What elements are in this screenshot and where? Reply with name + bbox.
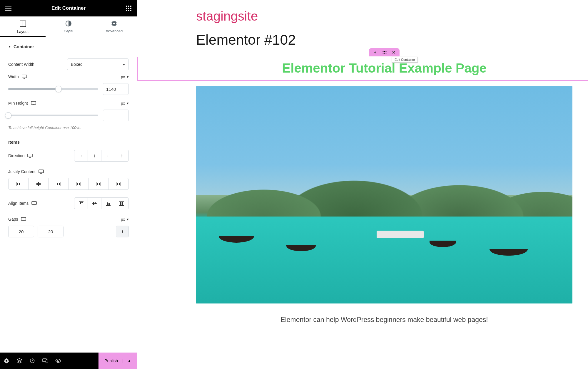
min-height-unit-select[interactable]: px▾	[121, 101, 129, 105]
widgets-grid-icon[interactable]	[124, 4, 133, 13]
svg-rect-61	[46, 360, 48, 363]
text-widget[interactable]: Elementor can help WordPress beginners m…	[196, 316, 572, 324]
tab-advanced-label: Advanced	[106, 29, 123, 33]
selected-container[interactable]: ＋ ✕ Edit Container Elementor Tutorial Ex…	[137, 57, 588, 81]
justify-end-button[interactable]	[49, 178, 69, 189]
svg-point-64	[384, 51, 385, 52]
align-start-button[interactable]	[74, 198, 88, 209]
desktop-icon[interactable]	[22, 75, 27, 79]
tab-advanced[interactable]: Advanced	[91, 16, 137, 36]
items-heading: Items	[8, 140, 129, 145]
svg-rect-32	[77, 183, 78, 185]
svg-rect-56	[122, 202, 123, 205]
direction-buttons: → ↓ ← ↑	[74, 150, 129, 162]
justify-center-button[interactable]	[29, 178, 49, 189]
svg-rect-51	[107, 202, 108, 205]
align-buttons	[74, 197, 129, 209]
desktop-icon[interactable]	[31, 201, 37, 205]
svg-rect-45	[80, 202, 81, 204]
container-handle: ＋ ✕	[369, 48, 400, 56]
responsive-icon[interactable]	[39, 353, 52, 369]
settings-icon[interactable]	[0, 353, 13, 369]
gap-column-input[interactable]: 20	[8, 226, 34, 237]
direction-column-reverse-button[interactable]: ↑	[115, 150, 128, 161]
svg-point-66	[383, 53, 384, 54]
tab-style-label: Style	[64, 29, 73, 33]
close-icon[interactable]: ✕	[392, 50, 395, 55]
navigator-icon[interactable]	[13, 353, 26, 369]
svg-rect-1	[128, 6, 129, 7]
drag-handle-icon[interactable]	[382, 50, 387, 55]
svg-rect-6	[126, 10, 127, 11]
link-values-toggle[interactable]	[116, 226, 129, 237]
svg-rect-28	[57, 183, 58, 185]
svg-rect-19	[39, 170, 44, 173]
min-height-hint: To achieve full height Container use 100…	[8, 125, 129, 130]
align-center-button[interactable]	[88, 198, 101, 209]
align-label: Align Items	[8, 201, 29, 206]
svg-rect-5	[130, 8, 131, 9]
svg-rect-57	[21, 217, 26, 220]
svg-rect-25	[36, 183, 38, 185]
direction-row-reverse-button[interactable]: ←	[101, 150, 115, 161]
preview-icon[interactable]	[52, 353, 65, 369]
chevron-down-icon: ▾	[123, 62, 125, 67]
chevron-down-icon: ▾	[127, 217, 129, 222]
svg-point-63	[383, 51, 384, 52]
min-height-slider[interactable]	[8, 115, 98, 116]
chevron-up-icon[interactable]: ▲	[123, 359, 131, 363]
width-input[interactable]: 1140	[103, 83, 129, 95]
justify-around-button[interactable]	[88, 178, 108, 189]
content-width-label: Content Width	[8, 62, 34, 67]
direction-row-button[interactable]: →	[74, 150, 88, 161]
publish-button[interactable]: Publish ▲	[98, 353, 137, 369]
justify-between-button[interactable]	[69, 178, 88, 189]
direction-column-button[interactable]: ↓	[88, 150, 101, 161]
handle-tooltip: Edit Container	[392, 57, 418, 63]
align-stretch-button[interactable]	[115, 198, 128, 209]
svg-point-12	[113, 23, 115, 24]
svg-rect-52	[108, 203, 110, 205]
width-label: Width	[8, 74, 19, 79]
svg-rect-7	[128, 10, 129, 11]
tab-style[interactable]: Style	[46, 16, 91, 36]
site-title[interactable]: stagingsite	[196, 9, 572, 24]
desktop-icon[interactable]	[27, 154, 33, 158]
gap-row-input[interactable]: 20	[38, 226, 64, 237]
caret-down-icon: ▼	[8, 45, 11, 48]
layout-icon	[20, 21, 26, 27]
gaps-unit-select[interactable]: px▾	[121, 217, 129, 222]
svg-rect-15	[31, 101, 36, 104]
desktop-icon[interactable]	[39, 170, 44, 174]
svg-rect-40	[117, 183, 118, 185]
min-height-input[interactable]	[103, 110, 129, 121]
image-widget[interactable]	[196, 86, 572, 303]
add-element-icon[interactable]: ＋	[373, 50, 377, 55]
svg-rect-29	[59, 183, 60, 185]
heading-widget[interactable]: Elementor Tutorial Example Page	[138, 59, 588, 77]
menu-icon[interactable]	[4, 4, 13, 13]
desktop-icon[interactable]	[31, 101, 36, 105]
svg-point-59	[6, 360, 7, 361]
svg-point-67	[384, 53, 385, 54]
content-width-select[interactable]: Boxed ▾	[67, 58, 129, 70]
width-slider[interactable]	[8, 88, 98, 90]
svg-rect-23	[19, 183, 20, 185]
panel-header: Edit Container	[0, 0, 137, 16]
justify-evenly-button[interactable]	[108, 178, 128, 189]
width-unit-select[interactable]: px▾	[121, 75, 129, 79]
min-height-label: Min Height	[8, 101, 28, 105]
svg-rect-36	[97, 183, 98, 185]
svg-rect-37	[99, 183, 100, 185]
tab-layout[interactable]: Layout	[0, 16, 46, 37]
advanced-icon	[111, 21, 117, 26]
align-end-button[interactable]	[101, 198, 115, 209]
svg-rect-8	[130, 10, 131, 11]
history-icon[interactable]	[26, 353, 39, 369]
desktop-icon[interactable]	[21, 217, 26, 221]
svg-rect-13	[22, 75, 27, 78]
publish-label: Publish	[104, 358, 118, 363]
section-container-toggle[interactable]: ▼ Container	[0, 37, 137, 54]
svg-rect-55	[120, 202, 121, 205]
justify-start-button[interactable]	[9, 178, 29, 189]
